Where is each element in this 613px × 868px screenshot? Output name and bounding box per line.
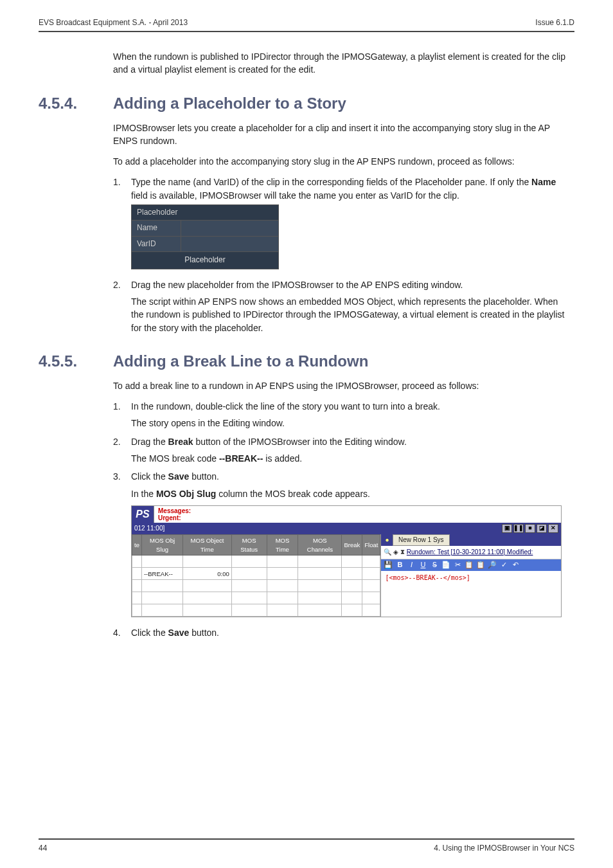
rundown-grid: te MOS Obj Slug MOS Object Time MOS Stat… (132, 534, 380, 617)
table-row[interactable] (132, 592, 380, 604)
win-btn-close[interactable]: ✕ (548, 524, 558, 533)
bold-icon[interactable]: B (395, 561, 404, 570)
find-icon[interactable]: 🔎 (488, 561, 497, 570)
intro-paragraph: When the rundown is published to IPDirec… (113, 50, 568, 77)
editor-toolbar: 💾 B I U S̶ 📄 ✂ 📋 📋 🔎 ✓ (381, 559, 561, 571)
ph-button[interactable]: Placeholder (132, 252, 279, 269)
table-row[interactable] (132, 556, 380, 568)
copy-icon[interactable]: 📋 (465, 561, 474, 570)
section-454-num: 4.5.4. (39, 95, 113, 113)
section-454-title: 4.5.4.Adding a Placeholder to a Story (113, 95, 568, 113)
ps-logo: PS (132, 506, 154, 523)
header-left: EVS Broadcast Equipment S.A. - April 201… (39, 18, 188, 27)
cut-icon[interactable]: ✂ (453, 561, 462, 570)
new-row-button[interactable]: New Row 1 Sys (393, 534, 450, 547)
save-icon[interactable]: 💾 (384, 561, 393, 570)
table-row[interactable] (132, 580, 380, 592)
header-right: Issue 6.1.D (535, 18, 574, 27)
section-455-num: 4.5.5. (39, 352, 113, 370)
ph-name-label: Name (132, 221, 181, 236)
undo-icon[interactable]: ↶ (511, 561, 520, 570)
table-row[interactable] (132, 604, 380, 617)
rundown-info: 🔍 ◈ ⧗ Rundown: Test [10-30-2012 11:00] M… (381, 546, 561, 560)
win-btn-1[interactable]: ▣ (502, 524, 512, 533)
ph-varid-label: VarID (132, 236, 181, 251)
s455-step3: Click the Save button. In the MOS Obj Sl… (113, 470, 568, 617)
section-455-p1: To add a break line to a rundown in AP E… (113, 379, 568, 392)
ph-header: Placeholder (132, 205, 279, 221)
messages-box: Messages: Urgent: (154, 506, 561, 523)
s454-step2: Drag the new placeholder from the IPMOSB… (113, 278, 568, 334)
italic-icon[interactable]: I (407, 561, 416, 570)
section-454-p1: IPMOSBrowser lets you create a placehold… (113, 122, 568, 148)
placeholder-pane: Placeholder Name VarID Placeholder (131, 204, 279, 269)
section-454-p2: To add a placeholder into the accompanyi… (113, 155, 568, 168)
ph-varid-field[interactable] (181, 236, 279, 251)
enps-screenshot: PS Messages: Urgent: 012 11:00] ▣ ❚❚ ■ ◪ (131, 505, 562, 618)
page-number: 44 (39, 844, 47, 853)
win-btn-4[interactable]: ◪ (537, 524, 547, 533)
footer-chapter: 4. Using the IPMOSBrowser in Your NCS (434, 844, 574, 853)
underline-icon[interactable]: U (418, 561, 427, 570)
table-row[interactable]: --BREAK--0:00 (132, 568, 380, 580)
doc-icon[interactable]: 📄 (441, 561, 450, 570)
s455-step4: Click the Save button. (113, 626, 568, 639)
section-455-title: 4.5.5.Adding a Break Line to a Rundown (113, 352, 568, 370)
spell-icon[interactable]: ✓ (499, 561, 508, 570)
s454-step2-note: The script within AP ENPS now shows an e… (131, 295, 568, 334)
s455-step1: In the rundown, double-click the line of… (113, 400, 568, 430)
story-text: [<mos>--BREAK--</mos>] (381, 571, 561, 586)
page-header: EVS Broadcast Equipment S.A. - April 201… (39, 18, 574, 32)
s454-step1: Type the name (and VarID) of the clip in… (113, 176, 568, 269)
paste-icon[interactable]: 📋 (476, 561, 485, 570)
ph-name-field[interactable] (181, 221, 279, 236)
s455-step2: Drag the Break button of the IPMOSBrowse… (113, 435, 568, 466)
win-btn-3[interactable]: ■ (525, 524, 535, 533)
strike-icon[interactable]: S̶ (430, 561, 439, 570)
win-btn-2[interactable]: ❚❚ (513, 524, 524, 533)
page-footer: 44 4. Using the IPMOSBrowser in Your NCS (39, 838, 574, 853)
title-band: 012 11:00] ▣ ❚❚ ■ ◪ ✕ (132, 523, 561, 534)
